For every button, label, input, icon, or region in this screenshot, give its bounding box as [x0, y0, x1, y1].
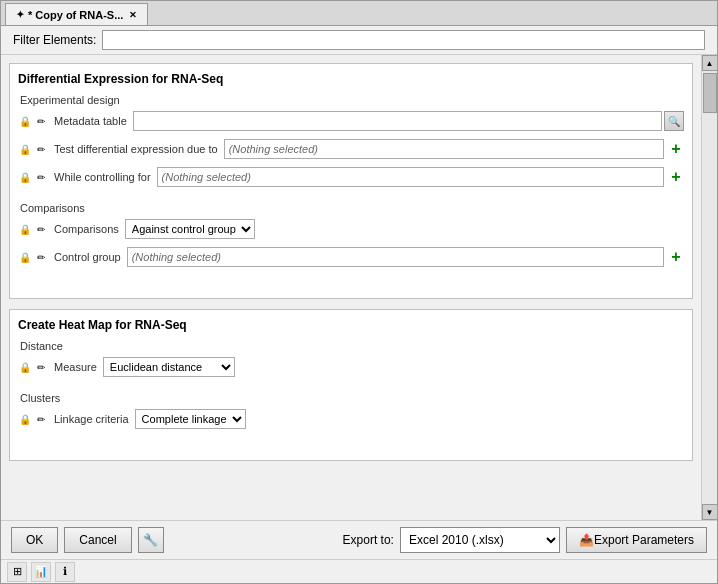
- comparisons-select[interactable]: Against control group All pairs: [125, 219, 255, 239]
- filter-label: Filter Elements:: [13, 33, 96, 47]
- linkage-label: Linkage criteria: [54, 413, 129, 425]
- linkage-icons: 🔒 ✏: [18, 412, 50, 426]
- linkage-lock-icon: 🔒: [18, 412, 32, 426]
- while-controlling-edit-icon: ✏: [34, 170, 48, 184]
- ok-button[interactable]: OK: [11, 527, 58, 553]
- control-group-icons: 🔒 ✏: [18, 250, 50, 264]
- while-controlling-label: While controlling for: [54, 171, 151, 183]
- while-controlling-lock-icon: 🔒: [18, 170, 32, 184]
- clusters-subtitle: Clusters: [20, 392, 684, 404]
- differential-expression-section: Differential Expression for RNA-Seq Expe…: [9, 63, 693, 299]
- control-group-row: 🔒 ✏ Control group +: [18, 246, 684, 268]
- control-group-label: Control group: [54, 251, 121, 263]
- status-bar: ⊞ 📊 ℹ: [1, 559, 717, 583]
- test-differential-add-button[interactable]: +: [668, 141, 684, 157]
- tab-bar: ✦ * Copy of RNA-S... ✕: [1, 1, 717, 26]
- while-controlling-add-button[interactable]: +: [668, 169, 684, 185]
- export-format-select[interactable]: Excel 2010 (.xlsx) CSV TSV: [400, 527, 560, 553]
- comparisons-row: 🔒 ✏ Comparisons Against control group Al…: [18, 218, 684, 240]
- metadata-icons: 🔒 ✏: [18, 114, 50, 128]
- scroll-area: Differential Expression for RNA-Seq Expe…: [1, 55, 701, 520]
- cancel-button[interactable]: Cancel: [64, 527, 131, 553]
- status-info-button[interactable]: ℹ: [55, 562, 75, 582]
- scrollbar[interactable]: ▲ ▼: [701, 55, 717, 520]
- test-differential-edit-icon: ✏: [34, 142, 48, 156]
- filter-bar: Filter Elements:: [1, 26, 717, 55]
- while-controlling-icons: 🔒 ✏: [18, 170, 50, 184]
- comparisons-icons: 🔒 ✏: [18, 222, 50, 236]
- tab-label: * Copy of RNA-S...: [28, 9, 123, 21]
- scroll-down-button[interactable]: ▼: [702, 504, 718, 520]
- measure-icons: 🔒 ✏: [18, 360, 50, 374]
- measure-edit-icon: ✏: [34, 360, 48, 374]
- control-group-add-button[interactable]: +: [668, 249, 684, 265]
- comparisons-subtitle: Comparisons: [20, 202, 684, 214]
- scroll-up-button[interactable]: ▲: [702, 55, 718, 71]
- heatmap-title: Create Heat Map for RNA-Seq: [18, 318, 684, 332]
- control-group-input[interactable]: [127, 247, 664, 267]
- status-grid-button[interactable]: ⊞: [7, 562, 27, 582]
- metadata-edit-icon: ✏: [34, 114, 48, 128]
- export-parameters-label: Export Parameters: [594, 533, 694, 547]
- measure-lock-icon: 🔒: [18, 360, 32, 374]
- main-content: Differential Expression for RNA-Seq Expe…: [1, 55, 717, 520]
- main-window: ✦ * Copy of RNA-S... ✕ Filter Elements: …: [0, 0, 718, 584]
- measure-row: 🔒 ✏ Measure Euclidean distance Pearson c…: [18, 356, 684, 378]
- linkage-select[interactable]: Complete linkage Single linkage Average …: [135, 409, 246, 429]
- filter-input[interactable]: [102, 30, 705, 50]
- linkage-edit-icon: ✏: [34, 412, 48, 426]
- metadata-lock-icon: 🔒: [18, 114, 32, 128]
- while-controlling-input[interactable]: [157, 167, 664, 187]
- test-differential-input[interactable]: [224, 139, 664, 159]
- comparisons-label: Comparisons: [54, 223, 119, 235]
- linkage-row: 🔒 ✏ Linkage criteria Complete linkage Si…: [18, 408, 684, 430]
- test-differential-label: Test differential expression due to: [54, 143, 218, 155]
- scroll-thumb[interactable]: [703, 73, 717, 113]
- control-group-lock-icon: 🔒: [18, 250, 32, 264]
- metadata-table-row: 🔒 ✏ Metadata table 🔍: [18, 110, 684, 132]
- heatmap-section: Create Heat Map for RNA-Seq Distance 🔒 ✏…: [9, 309, 693, 461]
- differential-expression-title: Differential Expression for RNA-Seq: [18, 72, 684, 86]
- comparisons-edit-icon: ✏: [34, 222, 48, 236]
- tab-close-button[interactable]: ✕: [129, 10, 137, 20]
- tab-icon: ✦: [16, 9, 24, 20]
- measure-label: Measure: [54, 361, 97, 373]
- export-icon: 📤: [579, 533, 594, 547]
- metadata-input[interactable]: [133, 111, 662, 131]
- export-label: Export to:: [343, 533, 394, 547]
- comparisons-lock-icon: 🔒: [18, 222, 32, 236]
- test-differential-icons: 🔒 ✏: [18, 142, 50, 156]
- measure-select[interactable]: Euclidean distance Pearson correlation S…: [103, 357, 235, 377]
- export-parameters-button[interactable]: 📤 Export Parameters: [566, 527, 707, 553]
- metadata-browse-button[interactable]: 🔍: [664, 111, 684, 131]
- while-controlling-row: 🔒 ✏ While controlling for +: [18, 166, 684, 188]
- status-chart-button[interactable]: 📊: [31, 562, 51, 582]
- test-differential-lock-icon: 🔒: [18, 142, 32, 156]
- settings-button[interactable]: 🔧: [138, 527, 164, 553]
- test-differential-row: 🔒 ✏ Test differential expression due to …: [18, 138, 684, 160]
- control-group-edit-icon: ✏: [34, 250, 48, 264]
- bottom-bar: OK Cancel 🔧 Export to: Excel 2010 (.xlsx…: [1, 520, 717, 559]
- tab-copy-rna[interactable]: ✦ * Copy of RNA-S... ✕: [5, 3, 148, 25]
- experimental-design-subtitle: Experimental design: [20, 94, 684, 106]
- distance-subtitle: Distance: [20, 340, 684, 352]
- metadata-label: Metadata table: [54, 115, 127, 127]
